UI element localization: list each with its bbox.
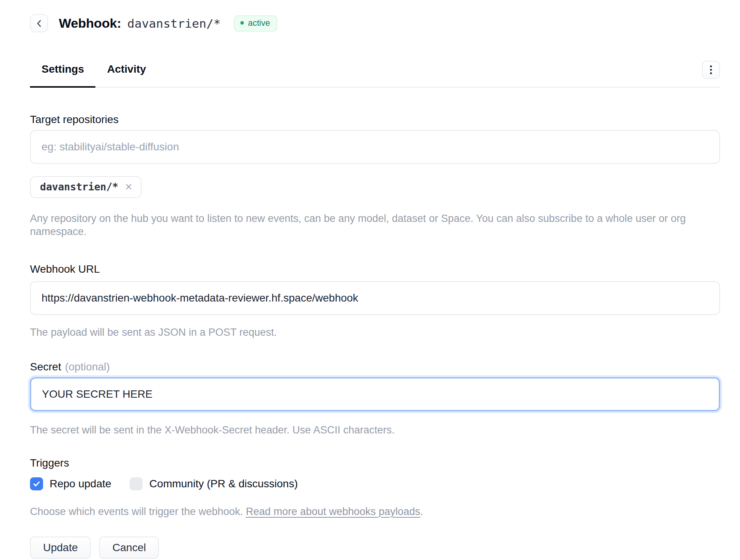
secret-label-row: Secret (optional) [30,360,720,373]
community-label: Community (PR & discussions) [149,478,298,490]
target-repositories-label: Target repositories [30,113,720,126]
page-title-label: Webhook: [59,16,121,31]
webhook-url-help: The payload will be sent as JSON in a PO… [30,326,720,339]
trigger-option-repo-update[interactable]: Repo update [30,477,111,490]
update-button[interactable]: Update [30,537,91,559]
header: Webhook: davanstrien/* active [30,14,720,32]
cancel-button[interactable]: Cancel [99,537,159,559]
secret-label: Secret [30,360,61,373]
secret-help: The secret will be sent in the X-Webhook… [30,423,720,437]
repo-update-checkbox[interactable] [30,477,43,490]
remove-tag-icon[interactable]: × [125,181,132,193]
triggers-options: Repo update Community (PR & discussions) [30,477,720,490]
status-badge-label: active [248,18,270,28]
page-title: Webhook: davanstrien/* [59,16,221,31]
webhook-url-input[interactable] [30,281,720,315]
target-repositories-help: Any repository on the hub you want to li… [30,212,720,238]
webhooks-payloads-link[interactable]: Read more about webhooks payloads [246,506,420,517]
status-dot-icon [240,21,244,25]
triggers-help: Choose which events will trigger the web… [30,505,720,518]
repo-update-label: Repo update [50,478,111,490]
webhook-name: davanstrien/* [127,17,221,30]
repo-tag-chip: davanstrien/* × [30,176,142,198]
repo-tag-label: davanstrien/* [40,181,118,193]
status-badge: active [234,15,277,32]
webhook-url-label: Webhook URL [30,263,720,276]
kebab-menu-icon [710,65,712,67]
back-button[interactable] [30,14,48,32]
community-checkbox[interactable] [130,477,143,490]
kebab-menu-button[interactable] [702,61,720,79]
form-actions: Update Cancel [30,537,720,559]
checkmark-icon [32,480,41,488]
target-repositories-input[interactable] [30,130,720,164]
chevron-left-icon [35,19,43,28]
triggers-label: Triggers [30,457,720,470]
triggers-help-prefix: Choose which events will trigger the web… [30,506,246,517]
webhook-settings-page: Webhook: davanstrien/* active Settings A… [0,0,740,559]
tab-bar: Settings Activity [30,62,720,88]
triggers-help-suffix: . [420,506,423,517]
trigger-option-community[interactable]: Community (PR & discussions) [130,477,298,490]
tab-settings[interactable]: Settings [30,62,95,88]
tab-activity[interactable]: Activity [95,62,157,88]
secret-input[interactable] [30,377,720,411]
secret-optional-hint: (optional) [65,361,110,373]
